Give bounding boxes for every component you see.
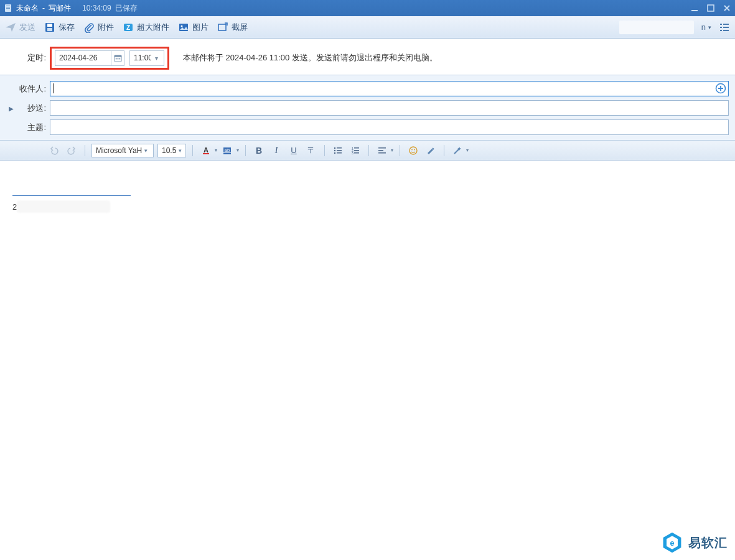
svg-text:e: e (670, 539, 674, 548)
strikethrough-button[interactable]: 〒 (304, 144, 318, 157)
screenshot-button[interactable]: 截屏 (217, 22, 248, 33)
screenshot-label: 截屏 (232, 22, 248, 33)
save-button[interactable]: 保存 (44, 22, 75, 33)
calendar-icon[interactable] (111, 51, 124, 65)
svg-rect-14 (720, 24, 722, 25)
redo-button[interactable] (65, 144, 78, 157)
svg-rect-3 (6, 8, 10, 9)
svg-rect-18 (720, 30, 722, 31)
format-clear-button[interactable] (424, 144, 438, 157)
account-dd-label: n (701, 22, 706, 32)
svg-rect-43 (378, 147, 386, 149)
svg-rect-2 (6, 7, 10, 7)
svg-rect-13 (218, 24, 226, 30)
svg-rect-23 (118, 58, 119, 59)
svg-rect-45 (378, 152, 386, 154)
chevron-down-icon: ▾ (179, 147, 182, 154)
account-dropdown[interactable]: n ▾ (701, 22, 711, 32)
image-icon (178, 22, 189, 33)
attach-button[interactable]: 附件 (83, 22, 114, 33)
minimize-button[interactable] (690, 4, 699, 12)
schedule-date-input[interactable] (55, 52, 111, 64)
window-title-time: 10:34:09 (82, 4, 111, 12)
svg-text:A: A (204, 146, 208, 154)
svg-rect-36 (337, 152, 342, 154)
font-size-select[interactable]: 10.5 ▾ (157, 144, 186, 157)
send-label: 发送 (19, 22, 35, 33)
watermark-text: 易软汇 (688, 534, 728, 551)
titlebar: 未命名 - 写邮件 10:34:09 已保存 (0, 0, 735, 16)
font-family-value: Microsoft YaH (96, 146, 142, 155)
italic-button[interactable]: I (269, 144, 283, 157)
schedule-label: 定时: (0, 52, 50, 63)
cc-label[interactable]: ▶ 抄送: (0, 103, 50, 114)
expand-triangle-icon[interactable]: ▶ (9, 105, 14, 112)
signature-line: 2 (12, 200, 110, 213)
big-attach-icon: Z (123, 22, 134, 33)
svg-text:ab: ab (225, 147, 230, 153)
schedule-time-input[interactable] (130, 52, 155, 64)
hex-logo-icon: e (661, 531, 683, 554)
chevron-down-icon[interactable]: ▾ (155, 55, 164, 62)
svg-text:Z: Z (126, 24, 130, 31)
svg-rect-32 (337, 147, 342, 149)
highlight-button[interactable]: ab ▾ (221, 144, 239, 157)
big-attach-label: 超大附件 (137, 22, 169, 33)
window-title-saved: 已保存 (115, 3, 138, 14)
bullet-list-button[interactable] (331, 144, 345, 157)
editor-body[interactable]: 2 (0, 161, 735, 560)
to-label: 收件人: (0, 83, 50, 95)
svg-rect-5 (708, 5, 714, 11)
svg-rect-4 (691, 10, 698, 11)
header-fields: 收件人: ▶ 抄送: 主题: (0, 75, 735, 141)
watermark-logo: e 易软汇 (661, 531, 728, 554)
text-caret (54, 83, 54, 93)
svg-rect-44 (378, 150, 383, 151)
undo-button[interactable] (47, 144, 61, 157)
numbered-list-button[interactable]: 123 (349, 144, 362, 157)
schedule-highlight-box: ▾ (50, 47, 169, 70)
image-button[interactable]: 图片 (178, 22, 208, 33)
schedule-time-field[interactable]: ▾ (129, 50, 164, 66)
svg-point-47 (411, 149, 413, 150)
to-input[interactable] (50, 81, 729, 96)
emoji-button[interactable] (406, 144, 420, 157)
cc-input[interactable] (50, 100, 729, 116)
font-color-button[interactable]: A ▾ (199, 144, 217, 157)
svg-point-33 (334, 149, 335, 151)
align-button[interactable]: ▾ (375, 144, 393, 157)
subject-input[interactable] (50, 119, 729, 135)
send-button[interactable]: 发送 (5, 22, 35, 33)
svg-rect-34 (337, 150, 342, 151)
underline-button[interactable]: U (287, 144, 301, 157)
svg-rect-16 (720, 27, 722, 28)
signature-blurred (17, 200, 110, 213)
window-title-doc: 未命名 (16, 3, 39, 14)
svg-rect-40 (354, 150, 359, 151)
font-family-select[interactable]: Microsoft YaH ▾ (91, 144, 154, 157)
send-icon (5, 22, 16, 33)
svg-rect-8 (47, 28, 52, 31)
svg-rect-19 (723, 30, 729, 31)
add-contact-icon[interactable] (715, 83, 726, 94)
svg-rect-38 (354, 147, 359, 149)
svg-rect-27 (203, 153, 209, 154)
list-view-icon[interactable] (719, 22, 730, 33)
maximize-button[interactable] (706, 4, 715, 12)
magic-button[interactable]: ▾ (451, 144, 469, 157)
bold-button[interactable]: B (252, 144, 266, 157)
big-attach-button[interactable]: Z 超大附件 (123, 22, 169, 33)
svg-point-46 (410, 147, 417, 154)
svg-rect-42 (354, 152, 359, 154)
svg-text:3: 3 (352, 151, 353, 155)
account-blur (619, 21, 694, 34)
attach-label: 附件 (98, 22, 114, 33)
schedule-date-field[interactable] (55, 50, 124, 66)
image-label: 图片 (192, 22, 208, 33)
chevron-down-icon: ▾ (708, 24, 711, 30)
chevron-down-icon: ▾ (144, 147, 147, 154)
svg-rect-30 (223, 153, 231, 154)
svg-rect-1 (6, 6, 10, 6)
close-button[interactable] (723, 4, 731, 12)
editor-toolbar: Microsoft YaH ▾ 10.5 ▾ A ▾ ab ▾ B I U 〒 … (0, 141, 735, 161)
